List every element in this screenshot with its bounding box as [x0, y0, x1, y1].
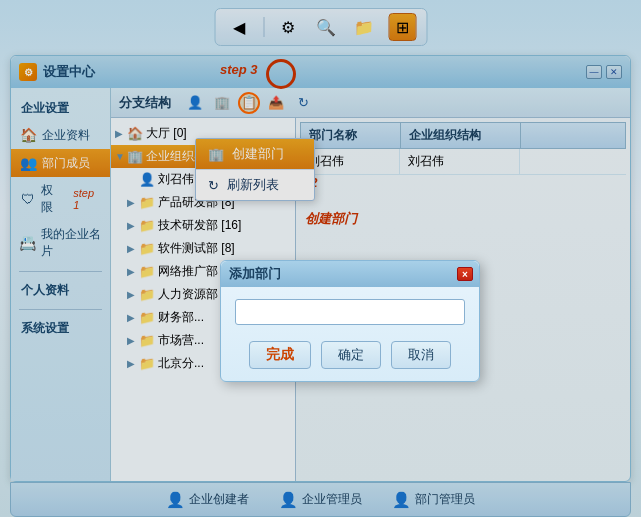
dialog-titlebar: 添加部门 ×	[221, 261, 479, 287]
add-dept-dialog: 添加部门 × 完成 确定 取消	[220, 260, 480, 382]
dialog-footer: 完成 确定 取消	[221, 333, 479, 381]
dialog-overlay: 添加部门 × 完成 确定 取消	[0, 0, 641, 517]
confirm-button[interactable]: 确定	[321, 341, 381, 369]
dept-name-input[interactable]	[235, 299, 465, 325]
dialog-body	[221, 287, 479, 333]
dialog-close-button[interactable]: ×	[457, 267, 473, 281]
complete-button[interactable]: 完成	[249, 341, 311, 369]
cancel-button[interactable]: 取消	[391, 341, 451, 369]
dialog-title: 添加部门	[229, 265, 281, 283]
